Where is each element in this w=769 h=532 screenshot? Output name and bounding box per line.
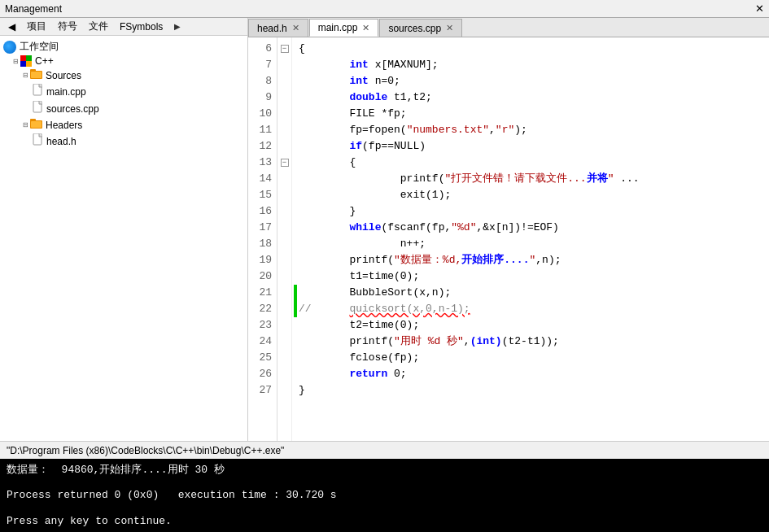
line-6: 6 <box>253 41 272 57</box>
tab-headh-close[interactable]: ✕ <box>292 23 299 33</box>
marker-10 <box>277 106 291 122</box>
code-line-7: int x[MAXNUM]; <box>299 57 762 73</box>
code-line-22: // quicksort(x,0,n-1); <box>299 301 762 317</box>
sidebar-menu-arrow[interactable]: ▶ <box>169 21 186 32</box>
code-line-17: while(fscanf(fp,"%d",&x[n])!=EOF) <box>299 220 762 236</box>
globe-icon <box>3 41 16 54</box>
file-tree: 工作空间 ⊟ C++ ⊟ <box>0 36 247 441</box>
maincpp-label: main.cpp <box>46 86 86 98</box>
marker-25 <box>277 350 291 366</box>
code-line-25: fclose(fp); <box>299 350 762 366</box>
svg-rect-2 <box>31 72 42 78</box>
sidebar: ◀ 项目 符号 文件 FSymbols ▶ 工作空间 ⊟ C <box>0 18 248 441</box>
sourcescpp-label: sources.cpp <box>46 103 99 115</box>
code-line-20: t1=time(0); <box>299 268 762 285</box>
line-numbers: 6 7 8 9 10 11 12 13 14 15 16 17 18 19 20… <box>248 37 277 441</box>
tree-item-sourcescpp[interactable]: sources.cpp <box>0 100 247 117</box>
tab-maincpp-close[interactable]: ✕ <box>362 23 369 33</box>
cpp-label: C++ <box>35 55 54 67</box>
line-8: 8 <box>253 73 272 89</box>
tree-item-cpp[interactable]: ⊟ C++ <box>0 55 247 68</box>
marker-8 <box>277 73 291 89</box>
console: 数据量： 94860,开始排序....用时 30 秒 Process retur… <box>0 459 769 532</box>
tree-item-headh[interactable]: head.h <box>0 133 247 150</box>
sidebar-menu-project[interactable]: 项目 <box>22 19 51 34</box>
main-file-icon <box>33 84 44 99</box>
cpp-collapse-arrow[interactable]: ⊟ <box>13 58 19 65</box>
cpp-icon <box>20 55 32 67</box>
headers-folder-icon <box>30 118 43 132</box>
tab-maincpp[interactable]: main.cpp ✕ <box>309 19 379 37</box>
code-line-13: { <box>299 155 762 171</box>
sources-collapse-arrow[interactable]: ⊟ <box>23 72 28 79</box>
green-indicator-22 <box>294 301 297 317</box>
line-24: 24 <box>253 334 272 350</box>
marker-19 <box>277 252 291 268</box>
headers-collapse-arrow[interactable]: ⊟ <box>23 121 28 129</box>
tree-item-headers[interactable]: ⊟ Headers <box>0 117 247 133</box>
tab-sourcescpp-label: sources.cpp <box>388 23 441 34</box>
sidebar-nav-left[interactable]: ◀ <box>3 20 20 33</box>
tree-item-workspace[interactable]: 工作空间 <box>0 39 247 55</box>
marker-27 <box>277 382 291 399</box>
sources-file-icon <box>33 101 44 116</box>
tab-sourcescpp-close[interactable]: ✕ <box>446 23 453 33</box>
marker-9 <box>277 89 291 106</box>
code-line-26: return 0; <box>299 366 762 382</box>
line-12: 12 <box>253 138 272 155</box>
marker-18 <box>277 236 291 252</box>
line-18: 18 <box>253 236 272 252</box>
line-9: 9 <box>253 89 272 106</box>
code-line-15: exit(1); <box>299 187 762 203</box>
line-16: 16 <box>253 203 272 220</box>
line-11: 11 <box>253 122 272 138</box>
sidebar-menu-fsymbols[interactable]: FSymbols <box>115 20 168 33</box>
line-22: 22 <box>253 301 272 317</box>
sidebar-menubar: ◀ 项目 符号 文件 FSymbols ▶ <box>0 18 247 36</box>
code-body: 6 7 8 9 10 11 12 13 14 15 16 17 18 19 20… <box>248 37 769 441</box>
tab-maincpp-label: main.cpp <box>318 22 358 33</box>
marker-13[interactable]: − <box>277 155 291 171</box>
code-content[interactable]: { int x[MAXNUM]; int n=0; double t1,t2; … <box>292 37 769 441</box>
line-23: 23 <box>253 317 272 334</box>
line-14: 14 <box>253 171 272 187</box>
line-17: 17 <box>253 220 272 236</box>
marker-14 <box>277 171 291 187</box>
collapse-box-6[interactable]: − <box>281 45 289 53</box>
line-19: 19 <box>253 252 272 268</box>
title-label: Management <box>5 3 62 15</box>
main-layout: ◀ 项目 符号 文件 FSymbols ▶ 工作空间 ⊟ C <box>0 18 769 441</box>
line-10: 10 <box>253 106 272 122</box>
tab-headh[interactable]: head.h ✕ <box>248 19 308 37</box>
workspace-label: 工作空间 <box>20 40 59 54</box>
svg-rect-6 <box>30 119 36 121</box>
code-line-14: printf("打开文件错！请下载文件...并将" ... <box>299 171 762 187</box>
code-line-12: if(fp==NULL) <box>299 138 762 155</box>
headh-label: head.h <box>46 136 76 147</box>
line-26: 26 <box>253 366 272 382</box>
line-13: 13 <box>253 155 272 171</box>
sidebar-menu-symbol[interactable]: 符号 <box>53 19 82 34</box>
status-path-text: "D:\Program Files (x86)\CodeBlocks\C\C++… <box>7 445 284 456</box>
collapse-box-13[interactable]: − <box>281 159 289 167</box>
title-bar: Management ✕ <box>0 0 769 18</box>
editor-area: head.h ✕ main.cpp ✕ sources.cpp ✕ 6 7 8 … <box>248 18 769 441</box>
headers-label: Headers <box>46 120 82 131</box>
code-line-8: int n=0; <box>299 73 762 89</box>
marker-26 <box>277 366 291 382</box>
marker-12 <box>277 138 291 155</box>
marker-6[interactable]: − <box>277 41 291 57</box>
sidebar-menu-file[interactable]: 文件 <box>84 19 113 34</box>
tree-item-maincpp[interactable]: main.cpp <box>0 83 247 100</box>
code-line-18: n++; <box>299 236 762 252</box>
collapse-markers: − − <box>277 37 292 441</box>
tree-item-sources[interactable]: ⊟ Sources <box>0 68 247 83</box>
tabs-bar: head.h ✕ main.cpp ✕ sources.cpp ✕ <box>248 18 769 37</box>
line-7: 7 <box>253 57 272 73</box>
tab-sourcescpp[interactable]: sources.cpp ✕ <box>379 19 462 37</box>
svg-rect-7 <box>31 121 42 128</box>
tab-headh-label: head.h <box>257 23 287 34</box>
close-button[interactable]: ✕ <box>755 2 764 15</box>
marker-24 <box>277 334 291 350</box>
marker-22 <box>277 301 291 317</box>
